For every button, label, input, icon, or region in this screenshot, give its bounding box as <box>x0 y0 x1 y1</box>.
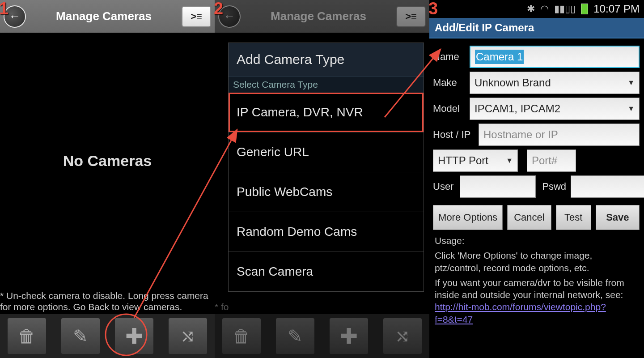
delete-icon[interactable]: 🗑 <box>7 318 47 354</box>
camera-type-generic-url[interactable]: Generic URL <box>229 132 424 172</box>
panel-1-manage-cameras: 1 ← Manage Cameras >≡ No Cameras * Un-ch… <box>0 0 215 358</box>
host-field[interactable]: Hostname or IP <box>479 124 640 146</box>
model-select[interactable]: IPCAM1, IPCAM2 ▼ <box>470 98 640 120</box>
model-value: IPCAM1, IPCAM2 <box>475 102 560 115</box>
wifi-icon: ◠ <box>540 3 549 15</box>
step-badge-1: 1 <box>0 0 13 18</box>
make-label: Make <box>433 77 465 89</box>
bottom-toolbar: 🗑 ✎ ✚ ⤭ <box>0 314 215 358</box>
shuffle-icon[interactable]: ⤭ <box>383 318 422 354</box>
pswd-field[interactable] <box>571 175 644 198</box>
battery-icon <box>581 4 588 14</box>
android-status-bar: ✱ ◠ ▮▮▯▯ 10:07 PM <box>429 0 644 18</box>
name-value: Camera 1 <box>475 50 524 64</box>
usage-line1: Click 'More Options' to change image, pt… <box>435 249 638 274</box>
edit-icon[interactable]: ✎ <box>61 318 100 354</box>
form-area: Name Camera 1 Make Unknown Brand ▼ Model… <box>429 38 644 325</box>
menu-button[interactable]: >≡ <box>182 6 211 27</box>
user-label: User <box>433 181 455 192</box>
host-label: Host / IP <box>433 129 474 141</box>
topbar: ← Manage Cameras >≡ <box>0 0 215 33</box>
status-time: 10:07 PM <box>593 3 640 15</box>
step-badge-2: 2 <box>214 0 227 18</box>
user-field[interactable] <box>460 175 536 198</box>
test-button[interactable]: Test <box>556 205 591 230</box>
port-field[interactable]: Port# <box>527 149 576 172</box>
add-icon[interactable]: ✚ <box>329 318 369 354</box>
hint-text-dim: * fo <box>215 301 425 312</box>
chevron-down-icon: ▼ <box>627 79 635 87</box>
shuffle-icon[interactable]: ⤭ <box>168 318 208 354</box>
panel-3-add-edit-ip-camera: 3 ✱ ◠ ▮▮▯▯ 10:07 PM Add/Edit IP Camera N… <box>429 0 644 358</box>
no-cameras-label: No Cameras <box>0 152 215 170</box>
add-camera-type-dialog: Add Camera Type Select Camera Type IP Ca… <box>228 43 424 292</box>
signal-icon: ▮▮▯▯ <box>554 3 576 15</box>
name-label: Name <box>433 51 465 63</box>
bottom-toolbar-dim: 🗑 ✎ ✚ ⤭ <box>215 314 429 358</box>
port-type-select[interactable]: HTTP Port ▼ <box>433 149 518 172</box>
hint-text: * Un-check camera to disable. Long press… <box>0 290 210 312</box>
camera-type-scan[interactable]: Scan Camera <box>229 251 424 291</box>
bluetooth-icon: ✱ <box>527 3 535 15</box>
chevron-down-icon: ▼ <box>506 157 513 165</box>
model-label: Model <box>433 103 465 115</box>
cancel-button[interactable]: Cancel <box>507 205 551 230</box>
make-select[interactable]: Unknown Brand ▼ <box>470 72 640 94</box>
panel-2-add-camera-type: 2 ← Manage Cameras >≡ No Cameras * fo 🗑 … <box>215 0 429 358</box>
name-field[interactable]: Camera 1 <box>470 46 640 68</box>
menu-button[interactable]: >≡ <box>396 6 426 27</box>
topbar-title: Manage Cameras <box>56 9 152 23</box>
more-options-button[interactable]: More Options <box>433 205 503 230</box>
dialog-subtitle: Select Camera Type <box>229 76 424 93</box>
usage-line2: If you want your camera/dvr to be visibl… <box>435 277 638 325</box>
camera-type-random-demo[interactable]: Random Demo Cams <box>229 212 424 251</box>
edit-icon[interactable]: ✎ <box>275 318 315 354</box>
usage-link[interactable]: http://hit-mob.com/forums/viewtopic.php?… <box>435 302 606 324</box>
pswd-label: Pswd <box>540 181 566 192</box>
camera-type-ip[interactable]: IP Camera, DVR, NVR <box>229 93 424 132</box>
topbar-title: Manage Cameras <box>271 9 366 23</box>
delete-icon[interactable]: 🗑 <box>222 318 261 354</box>
dialog-title: Add Camera Type <box>229 43 424 76</box>
make-value: Unknown Brand <box>475 77 551 89</box>
usage-title: Usage: <box>435 234 638 247</box>
port-type-value: HTTP Port <box>438 154 488 167</box>
chevron-down-icon: ▼ <box>627 105 635 113</box>
save-button[interactable]: Save <box>596 205 640 230</box>
camera-type-public-webcams[interactable]: Public WebCams <box>229 172 424 212</box>
step-badge-3: 3 <box>428 0 442 18</box>
usage-line2-text: If you want your camera/dvr to be visibl… <box>435 277 624 300</box>
topbar-dim: ← Manage Cameras >≡ <box>215 0 429 33</box>
section-header: Add/Edit IP Camera <box>429 18 644 38</box>
add-icon[interactable]: ✚ <box>114 318 154 354</box>
